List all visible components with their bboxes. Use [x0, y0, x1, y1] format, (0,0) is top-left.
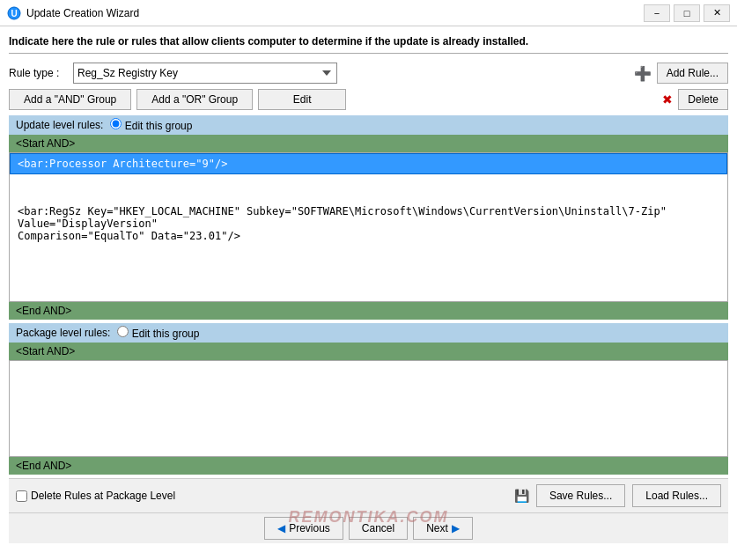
- add-or-group-button[interactable]: Add a "OR" Group: [136, 89, 253, 110]
- edit-group-radio[interactable]: [110, 118, 122, 129]
- navigation-row: ◀ Previous Cancel Next ▶: [9, 512, 728, 543]
- maximize-button[interactable]: □: [674, 4, 700, 22]
- package-end-and-label: <End AND>: [16, 460, 71, 472]
- rule-type-select[interactable]: Reg_Sz Registry Key File Version Registr…: [73, 63, 337, 84]
- main-content: Indicate here the rule or rules that all…: [0, 26, 737, 560]
- package-edit-group-radio-text: Edit this group: [132, 328, 200, 340]
- save-rules-button[interactable]: Save Rules...: [536, 484, 625, 507]
- window-controls: − □ ✕: [644, 4, 730, 22]
- load-rules-button[interactable]: Load Rules...: [632, 484, 721, 507]
- minimize-button[interactable]: −: [644, 4, 670, 22]
- package-level-label: Package level rules:: [16, 327, 110, 339]
- bottom-bar: Delete Rules at Package Level 💾 Save Rul…: [9, 478, 728, 512]
- window-title: Update Creation Wizard: [26, 7, 644, 19]
- floppy-icon: 💾: [514, 489, 529, 503]
- end-and-bar: <End AND>: [9, 302, 728, 320]
- edit-group-radio-label[interactable]: Edit this group: [110, 118, 192, 132]
- instruction-text: Indicate here the rule or rules that all…: [9, 35, 728, 54]
- arrow-left-icon: ◀: [277, 522, 285, 534]
- delete-rules-checkbox-label[interactable]: Delete Rules at Package Level: [16, 490, 175, 502]
- rule-item[interactable]: <bar:Processor Architecture="9"/>: [10, 153, 727, 174]
- package-start-and-label: <Start AND>: [16, 345, 75, 357]
- rule-text: <bar:Processor Architecture="9"/>: [18, 158, 227, 170]
- rule-empty-space: [10, 174, 727, 201]
- delete-icon: ✖: [662, 92, 673, 107]
- delete-rules-checkbox[interactable]: [16, 490, 27, 502]
- delete-button[interactable]: Delete: [678, 89, 728, 110]
- update-rules-area[interactable]: <bar:Processor Architecture="9"/> <bar:R…: [9, 152, 728, 302]
- close-button[interactable]: ✕: [704, 4, 730, 22]
- next-label: Next: [426, 522, 448, 534]
- previous-label: Previous: [289, 522, 330, 534]
- package-rules-area[interactable]: [9, 360, 728, 457]
- plus-icon: ➕: [634, 65, 652, 82]
- package-edit-group-radio[interactable]: [117, 326, 129, 337]
- cancel-button[interactable]: Cancel: [349, 517, 408, 540]
- add-and-group-button[interactable]: Add a "AND" Group: [9, 89, 131, 110]
- next-button[interactable]: Next ▶: [413, 517, 473, 540]
- update-level-section: Update level rules: Edit this group: [9, 115, 728, 135]
- arrow-right-icon: ▶: [452, 522, 460, 534]
- svg-text:U: U: [11, 9, 17, 18]
- edit-button[interactable]: Edit: [258, 89, 346, 110]
- start-and-bar: <Start AND>: [9, 135, 728, 152]
- update-level-label: Update level rules:: [16, 119, 103, 131]
- package-end-and-bar: <End AND>: [9, 457, 728, 475]
- rule-item[interactable]: <bar:RegSz Key="HKEY_LOCAL_MACHINE" Subk…: [10, 201, 727, 247]
- end-and-label: <End AND>: [16, 305, 71, 317]
- app-icon: U: [7, 6, 21, 20]
- rule-type-label: Rule type :: [9, 67, 66, 79]
- delete-rules-label: Delete Rules at Package Level: [31, 490, 175, 502]
- package-level-section: Package level rules: Edit this group: [9, 323, 728, 343]
- rule-text: <bar:RegSz Key="HKEY_LOCAL_MACHINE" Subk…: [18, 205, 667, 242]
- package-start-and-bar: <Start AND>: [9, 343, 728, 360]
- start-and-label: <Start AND>: [16, 137, 75, 150]
- package-edit-group-radio-label[interactable]: Edit this group: [117, 326, 199, 340]
- add-rule-button[interactable]: Add Rule...: [657, 63, 728, 84]
- previous-button[interactable]: ◀ Previous: [264, 517, 343, 540]
- edit-group-radio-text: Edit this group: [125, 120, 193, 132]
- rule-type-row: Rule type : Reg_Sz Registry Key File Ver…: [9, 63, 728, 84]
- title-bar: U Update Creation Wizard − □ ✕: [0, 0, 737, 26]
- buttons-row: Add a "AND" Group Add a "OR" Group Edit …: [9, 89, 728, 110]
